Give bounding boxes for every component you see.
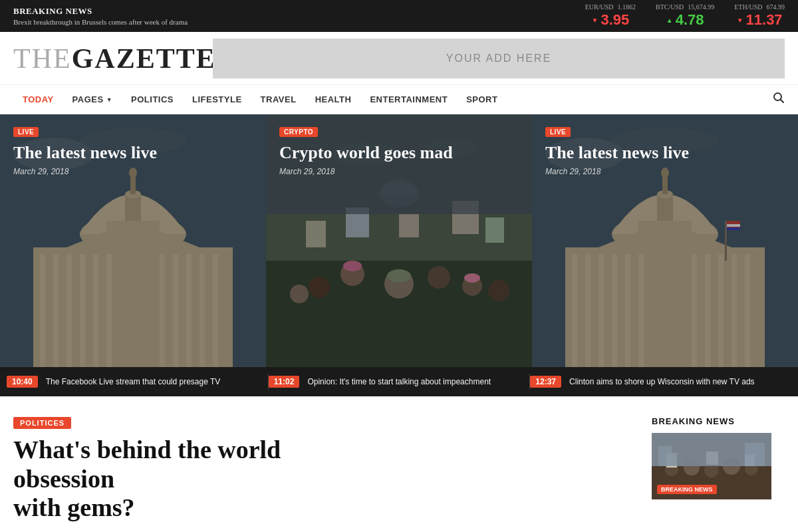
content-section: POLITICES What's behind the world obsess… — [0, 396, 798, 532]
section-badge: POLITICES — [13, 417, 71, 429]
hero-badge-3: LIVE — [545, 127, 571, 137]
hero-date-3: March 29, 2018 — [545, 167, 785, 176]
ticker-time-1: 10:40 — [7, 376, 38, 388]
hero-date-1: March 29, 2018 — [13, 167, 253, 176]
ethusd-value: 11.37 — [746, 11, 783, 29]
main-nav: TODAY PAGES ▼ POLITICS LIFESTYLE TRAVEL … — [0, 85, 798, 114]
ticker-story-3[interactable]: 12:37 Clinton aims to shore up Wisconsin… — [530, 376, 791, 388]
ticker-text-3: Clinton aims to shore up Wisconsin with … — [569, 377, 755, 386]
hero-panel-2[interactable]: CRYPTO Crypto world goes mad March 29, 2… — [266, 114, 532, 367]
hero-date-2: March 29, 2018 — [279, 167, 519, 176]
logo-gazette: GAZETTE — [72, 43, 216, 74]
btcusd-base: 15,674.99 — [688, 3, 714, 11]
hero-title-1: The latest news live — [13, 142, 253, 163]
hero-title-3: The latest news live — [545, 142, 785, 163]
ticker-strip: 10:40 The Facebook Live stream that coul… — [0, 367, 798, 396]
ticker-time-3: 12:37 — [530, 376, 561, 388]
eurusd-value: 3.95 — [600, 11, 629, 29]
ticker-eurusd: EUR/USD 1.1862 ▼ 3.95 — [585, 3, 636, 29]
svg-rect-82 — [658, 446, 672, 466]
ticker-btcusd: BTC/USD 15,674.99 ▲ 4.78 — [656, 3, 714, 29]
hero-panel-1[interactable]: LIVE The latest news live March 29, 2018 — [0, 114, 266, 367]
sidebar-image[interactable]: BREAKING NEWS — [652, 433, 771, 499]
ticker-ethusd: ETH/USD 674.99 ▼ 11.37 — [734, 3, 785, 29]
site-header: THEGAZETTE YOUR ADD HERE — [0, 32, 798, 85]
eurusd-arrow: ▼ — [592, 17, 598, 24]
nav-sport[interactable]: SPORT — [457, 85, 507, 114]
ethusd-pair: ETH/USD — [734, 3, 762, 11]
nav-today[interactable]: TODAY — [13, 85, 63, 114]
eurusd-base: 1.1862 — [618, 3, 636, 11]
breaking-news-left: BREAKING NEWS Brexit breakthrough in Bru… — [13, 6, 188, 26]
logo-the: THE — [13, 43, 72, 74]
ticker-text-1: The Facebook Live stream that could pres… — [46, 377, 221, 386]
hero-badge-1: LIVE — [13, 127, 39, 137]
btcusd-arrow: ▲ — [666, 17, 673, 24]
site-logo[interactable]: THEGAZETTE — [13, 43, 200, 74]
nav-pages[interactable]: PAGES ▼ — [63, 85, 122, 114]
nav-health[interactable]: HEALTH — [306, 85, 361, 114]
nav-entertainment[interactable]: ENTERTAINMENT — [360, 85, 457, 114]
btcusd-value: 4.78 — [676, 11, 704, 29]
ethusd-base: 674.99 — [767, 3, 785, 11]
hero-title-2: Crypto world goes mad — [279, 142, 519, 163]
main-content: POLITICES What's behind the world obsess… — [13, 416, 386, 523]
ticker-items: EUR/USD 1.1862 ▼ 3.95 BTC/USD 15,674.99 … — [585, 3, 785, 29]
hero-badge-2: CRYPTO — [279, 127, 318, 137]
ticker-story-2[interactable]: 11:02 Opinion: It's time to start talkin… — [269, 376, 530, 388]
ticker-story-1[interactable]: 10:40 The Facebook Live stream that coul… — [7, 376, 268, 388]
ticker-text-2: Opinion: It's time to start talking abou… — [307, 377, 491, 386]
nav-politics[interactable]: POLITICS — [122, 85, 183, 114]
eurusd-pair: EUR/USD — [585, 3, 614, 11]
ethusd-arrow: ▼ — [737, 17, 743, 24]
headline-line1: What's behind the world obsession — [13, 436, 281, 493]
nav-lifestyle[interactable]: LIFESTYLE — [183, 85, 251, 114]
chevron-down-icon: ▼ — [106, 96, 112, 103]
breaking-label: BREAKING NEWS — [13, 6, 188, 17]
nav-travel[interactable]: TRAVEL — [251, 85, 306, 114]
search-icon[interactable] — [773, 92, 785, 107]
svg-rect-83 — [745, 443, 765, 466]
svg-line-1 — [781, 100, 784, 103]
sidebar-breaking-badge: BREAKING NEWS — [657, 485, 717, 494]
main-headline: What's behind the world obsession with g… — [13, 436, 386, 523]
breaking-news-bar: BREAKING NEWS Brexit breakthrough in Bru… — [0, 0, 798, 32]
breaking-subtitle: Brexit breakthrough in Brussels comes af… — [13, 18, 188, 26]
ticker-time-2: 11:02 — [269, 376, 300, 388]
btcusd-pair: BTC/USD — [656, 3, 684, 11]
hero-section: LIVE The latest news live March 29, 2018 — [0, 114, 798, 367]
sidebar-title: BREAKING NEWS — [652, 416, 785, 426]
ad-banner: YOUR ADD HERE — [213, 39, 785, 78]
sidebar: BREAKING NEWS B — [652, 416, 785, 523]
headline-line2: with gems? — [13, 493, 135, 521]
hero-panel-3[interactable]: LIVE The latest news live March 29, 2018 — [532, 114, 798, 367]
